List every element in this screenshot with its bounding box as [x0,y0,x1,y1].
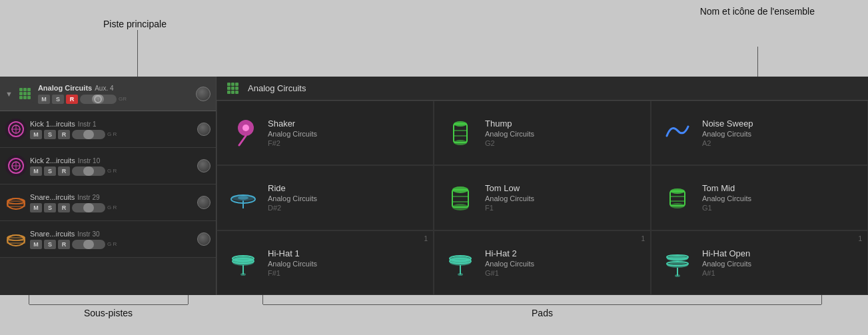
main-track-solo-btn[interactable]: S [52,95,64,104]
kick2-slider[interactable] [72,167,105,176]
pad-shaker[interactable]: Shaker Analog Circuits F#2 [217,101,434,165]
snare2-instr: Instr 30 [77,230,99,238]
snare1-slider[interactable] [72,203,105,212]
hihat1-number: 1 [424,235,428,242]
snare1-solo-btn[interactable]: S [44,203,56,212]
main-track-mute-btn[interactable]: M [38,95,50,104]
kick1-slider-thumb [83,130,94,139]
noise-sweep-icon [661,117,694,150]
snare2-gr: G R [107,241,117,247]
pad-hihat-open[interactable]: 1 Hi-Hat Open Analog Circui [651,230,868,295]
snare1-icon [5,192,27,213]
sous-pistes-section: Sous-pistes [0,295,217,335]
thump-circuit: Analog Circuits [485,130,641,138]
hihat1-name: Hi-Hat 1 [268,248,424,258]
kick1-rec-btn[interactable]: R [58,130,70,139]
pad-hihat2[interactable]: 1 Hi-Hat 2 Analog Circuits [434,230,651,295]
snare2-rec-btn[interactable]: R [58,240,70,249]
ride-circuit: Analog Circuits [268,194,424,202]
snare2-slider[interactable] [72,240,105,249]
kick1-solo-btn[interactable]: S [44,130,56,139]
snare2-slider-thumb [83,240,94,249]
svg-point-34 [670,188,685,194]
noise-sweep-info: Noise Sweep Analog Circuits A2 [702,119,858,147]
kick1-name: Kick 1...ircuits [30,120,75,128]
hihat2-number: 1 [641,235,645,242]
main-track-knob[interactable] [196,87,211,101]
kick1-info: Kick 1...ircuits Instr 1 M S R G R [30,120,194,139]
sub-track-kick1[interactable]: Kick 1...ircuits Instr 1 M S R G R [0,111,216,148]
snare1-mute-btn[interactable]: M [30,203,42,212]
kick2-gr: G R [107,168,117,174]
sous-pistes-label: Sous-pistes [84,308,133,318]
pad-thump[interactable]: Thump Analog Circuits G2 [434,101,651,165]
noise-sweep-circuit: Analog Circuits [702,130,858,138]
pads-grid: Shaker Analog Circuits F#2 [217,101,868,295]
snare1-drum-svg [5,192,27,213]
kick2-icon [5,155,27,176]
pads-header-title: Analog Circuits [248,83,306,93]
main-track-rec-btn[interactable]: R [66,95,78,104]
main-container: Piste principale Nom et icône de l'ensem… [0,0,868,335]
ride-info: Ride Analog Circuits D#2 [268,183,424,212]
kick1-gr: G R [107,131,117,137]
sub-track-snare2[interactable]: Snare...ircuits Instr 30 M S R G R [0,221,216,258]
kick2-mute-btn[interactable]: M [30,167,42,176]
svg-point-26 [238,196,248,200]
kick1-mute-btn[interactable]: M [30,130,42,139]
kick2-info: Kick 2...ircuits Instr 10 M S R G R [30,157,194,176]
content-area: ▼ Analog Circuits Aux. 4 [0,77,868,295]
noise-sweep-note: A2 [702,139,858,147]
nom-icone-line [757,47,758,77]
snare2-drum-svg [5,228,27,250]
tom-low-note: F1 [485,204,641,212]
main-track-info: Analog Circuits Aux. 4 M S R ↑ [38,84,192,104]
kick1-knob[interactable] [197,123,211,136]
main-track[interactable]: ▼ Analog Circuits Aux. 4 [0,77,216,111]
kick2-solo-btn[interactable]: S [44,167,56,176]
chevron-icon[interactable]: ▼ [5,90,13,98]
hihat-open-number: 1 [858,235,862,242]
hihat-open-note: A#1 [702,269,858,277]
noise-sweep-name: Noise Sweep [702,119,858,129]
snare2-knob[interactable] [197,232,211,246]
sub-track-kick2[interactable]: Kick 2...ircuits Instr 10 M S R G R [0,148,216,184]
kick2-drum-svg [7,157,25,175]
snare1-knob[interactable] [197,196,211,209]
nom-icone-label: Nom et icône de l'ensemble [700,5,815,19]
kick2-rec-btn[interactable]: R [58,167,70,176]
thump-note: G2 [485,139,641,147]
hihat-open-info: Hi-Hat Open Analog Circuits A#1 [702,248,858,277]
snare1-info: Snare...ircuits Instr 29 M S R G R [30,193,194,212]
snare2-info: Snare...ircuits Instr 30 M S R G R [30,230,194,249]
kick2-knob[interactable] [197,159,211,172]
pad-tom-mid[interactable]: Tom Mid Analog Circuits G1 [651,165,868,230]
shaker-circuit: Analog Circuits [268,130,424,138]
pad-ride[interactable]: Ride Analog Circuits D#2 [217,165,434,230]
main-track-slider[interactable]: ↑ [80,95,117,104]
hihat1-icon [226,246,260,279]
hihat2-info: Hi-Hat 2 Analog Circuits G#1 [485,248,641,277]
tom-mid-icon [661,181,694,214]
grid-icon[interactable] [17,85,34,103]
gr-label: GR [119,97,127,102]
ride-note: D#2 [268,204,424,212]
sub-track-snare1[interactable]: Snare...ircuits Instr 29 M S R G R [0,184,216,221]
kick1-drum-svg [7,120,25,139]
svg-point-21 [454,140,467,145]
pad-noise-sweep[interactable]: Noise Sweep Analog Circuits A2 [651,101,868,165]
snare2-solo-btn[interactable]: S [44,240,56,249]
main-track-aux: Aux. 4 [95,85,113,92]
tom-low-icon [444,181,477,214]
snare2-mute-btn[interactable]: M [30,240,42,249]
hihat1-info: Hi-Hat 1 Analog Circuits F#1 [268,248,424,277]
svg-point-20 [454,121,467,127]
tom-low-info: Tom Low Analog Circuits F1 [485,183,641,212]
pad-tom-low[interactable]: Tom Low Analog Circuits F1 [434,165,651,230]
kick1-slider[interactable] [72,130,105,139]
pads-section: Pads [217,295,868,335]
hihat-open-circuit: Analog Circuits [702,260,858,268]
tom-mid-info: Tom Mid Analog Circuits G1 [702,183,858,212]
snare1-rec-btn[interactable]: R [58,203,70,212]
pad-hihat1[interactable]: 1 Hi-Hat 1 Analog Circuits [217,230,434,295]
